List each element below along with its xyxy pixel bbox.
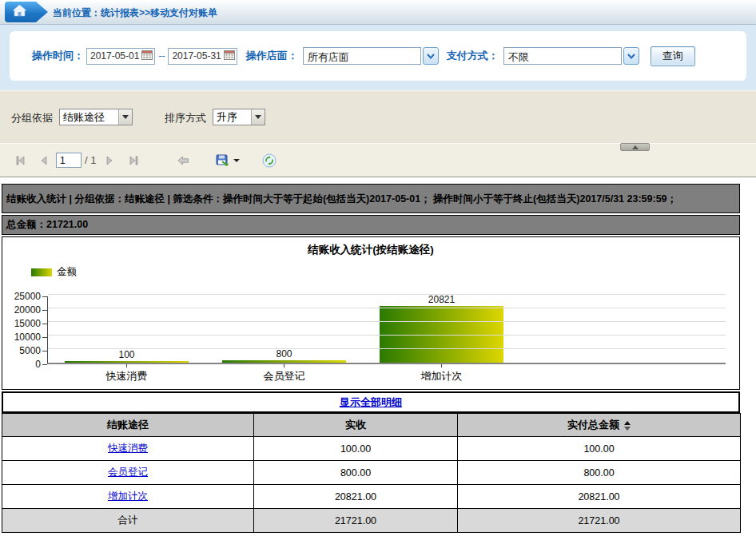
results-table: 结账途径 实收 实付总金额 快速消费 100.00 100.00 会员登记 80…: [2, 413, 741, 533]
group-by-value: 结账途径: [60, 110, 118, 125]
payment-select-value: 不限: [503, 47, 622, 65]
gridline: [48, 308, 726, 308]
cell-received: 20821.00: [254, 485, 458, 509]
page: 当前位置：统计报表>>移动支付对账单 操作时间： 2017-05-01 -- 2…: [0, 0, 756, 560]
total-label: 合计: [2, 509, 254, 533]
report-area: 结账收入统计 | 分组依据：结账途径 | 筛选条件：操作时间大于等于起始(包括当…: [0, 177, 756, 533]
row-link[interactable]: 快速消费: [108, 443, 148, 454]
bar: [65, 361, 189, 363]
chart-title: 结账收入统计(按结账途径): [2, 243, 739, 257]
cell-paid-total: 800.00: [458, 461, 741, 485]
legend-label: 金额: [57, 265, 77, 279]
refresh-icon[interactable]: [261, 152, 278, 169]
y-axis: 0500010000150002000025000: [2, 296, 47, 364]
date-from-value: 2017-05-01: [90, 50, 139, 62]
collapse-panel-handle[interactable]: [620, 143, 650, 151]
breadcrumb-bar: 当前位置：统计报表>>移动支付对账单: [0, 0, 756, 25]
chart-plot-row: 0500010000150002000025000 10080020821: [2, 296, 739, 364]
cell-paid-total: 20821.00: [458, 485, 741, 509]
cell-received: 800.00: [254, 461, 458, 485]
column-header-received[interactable]: 实收: [254, 414, 458, 437]
cell-received: 100.00: [254, 437, 458, 461]
payment-label: 支付方式：: [447, 49, 499, 63]
export-menu-arrow-icon[interactable]: [233, 159, 240, 162]
date-to-value: 2017-05-31: [172, 50, 221, 62]
query-button[interactable]: 查询: [651, 46, 695, 66]
x-category: 增加计次: [363, 364, 520, 383]
x-category: 快速消费: [48, 364, 205, 383]
triangle-down-icon: [118, 109, 132, 125]
group-by-label: 分组依据: [11, 109, 53, 125]
home-icon: [13, 5, 26, 19]
total-received: 21721.00: [254, 509, 458, 533]
home-button[interactable]: [5, 2, 48, 22]
breadcrumb: 当前位置：统计报表>>移动支付对账单: [53, 6, 217, 20]
column-header-route[interactable]: 结账途径: [2, 414, 254, 437]
y-tick-label: 25000: [14, 291, 47, 302]
triangle-up-icon: [632, 145, 639, 149]
last-page-icon[interactable]: [125, 152, 142, 169]
cell-paid-total: 100.00: [458, 437, 741, 461]
bar-value-label: 100: [118, 349, 134, 360]
bars: 10080020821: [48, 294, 520, 363]
calendar-icon[interactable]: [141, 50, 153, 62]
show-all-row: 显示全部明细: [2, 391, 740, 413]
prev-page-icon[interactable]: [35, 152, 53, 169]
chart-container: 结账收入统计(按结账途径) 金额 05000100001500020000250…: [2, 236, 740, 390]
bar: [222, 360, 346, 363]
gridline: [48, 348, 726, 349]
filter-box: 操作时间： 2017-05-01 -- 2017-05-31: [10, 31, 746, 81]
store-label: 操作店面：: [246, 49, 298, 63]
filter-band: 操作时间： 2017-05-01 -- 2017-05-31: [0, 25, 756, 90]
date-separator: --: [158, 50, 165, 62]
page-number-input[interactable]: [56, 153, 82, 168]
sort-order-value: 升序: [213, 110, 251, 125]
table-row: 增加计次 20821.00 20821.00: [2, 485, 741, 509]
chevron-down-icon[interactable]: [423, 47, 439, 65]
triangle-down-icon: [251, 109, 265, 125]
chart-legend: 金额: [31, 265, 739, 279]
y-tick-label: 5000: [19, 345, 47, 356]
report-header: 结账收入统计 | 分组依据：结账途径 | 筛选条件：操作时间大于等于起始(包括当…: [2, 184, 740, 213]
y-tick-label: 0: [35, 359, 47, 370]
report-total: 总金额：21721.00: [2, 215, 740, 235]
bar-value-label: 20821: [428, 294, 455, 305]
total-paid: 21721.00: [458, 509, 741, 533]
export-button[interactable]: [216, 154, 240, 167]
page-total-label: / 1: [85, 154, 96, 166]
gridline: [48, 294, 726, 295]
gridline: [48, 335, 726, 336]
chevron-down-icon[interactable]: [623, 47, 639, 65]
legend-swatch: [31, 268, 52, 276]
y-tick-label: 10000: [14, 332, 47, 343]
calendar-icon[interactable]: [224, 50, 235, 62]
column-header-paid-total[interactable]: 实付总金额: [458, 414, 741, 437]
show-all-details-link[interactable]: 显示全部明细: [340, 395, 402, 410]
x-axis-labels: 快速消费会员登记增加计次: [48, 364, 739, 383]
date-to-field[interactable]: 2017-05-31: [168, 48, 237, 65]
back-arrow-icon[interactable]: [174, 152, 192, 169]
sort-order-select[interactable]: 升序: [213, 109, 265, 125]
store-select-value: 所有店面: [303, 47, 421, 65]
group-by-select[interactable]: 结账途径: [59, 109, 133, 125]
export-icon: [216, 154, 229, 167]
next-page-icon[interactable]: [101, 152, 118, 169]
row-link[interactable]: 会员登记: [108, 467, 148, 478]
plot-area: 10080020821: [47, 296, 726, 364]
payment-select[interactable]: 不限: [503, 47, 639, 65]
table-header-row: 结账途径 实收 实付总金额: [2, 414, 741, 437]
store-select[interactable]: 所有店面: [303, 47, 439, 65]
bar-value-label: 800: [276, 348, 292, 359]
gridline: [48, 321, 726, 322]
x-category: 会员登记: [205, 364, 363, 383]
table-row: 会员登记 800.00 800.00: [2, 461, 741, 485]
time-label: 操作时间：: [32, 49, 84, 63]
sort-order-label: 排序方式: [165, 109, 206, 125]
table-total-row: 合计 21721.00 21721.00: [2, 509, 741, 533]
grouping-row: 分组依据 结账途径 排序方式 升序: [0, 90, 756, 143]
table-row: 快速消费 100.00 100.00: [2, 437, 741, 461]
date-from-field[interactable]: 2017-05-01: [86, 48, 155, 65]
sort-icon[interactable]: [624, 421, 631, 431]
row-link[interactable]: 增加计次: [108, 490, 148, 502]
first-page-icon[interactable]: [11, 152, 29, 169]
